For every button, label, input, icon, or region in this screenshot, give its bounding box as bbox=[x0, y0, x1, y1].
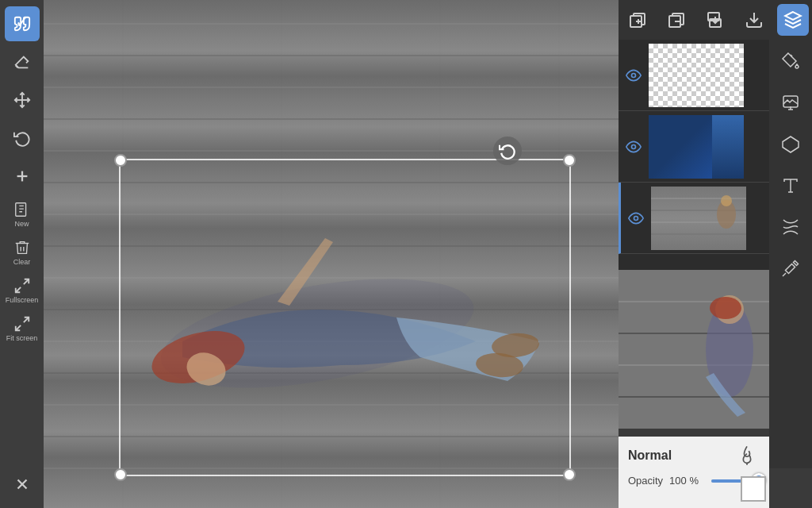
blend-mode-row: Normal bbox=[628, 443, 760, 468]
eraser-tool[interactable] bbox=[5, 44, 40, 79]
layers-button[interactable] bbox=[777, 4, 809, 36]
close-tool[interactable] bbox=[5, 467, 40, 502]
shape-button[interactable] bbox=[775, 129, 806, 160]
color-swatch[interactable] bbox=[741, 476, 766, 502]
layers-panel bbox=[619, 40, 769, 270]
layer-2-thumbnail bbox=[649, 115, 744, 179]
layer-3-eye[interactable] bbox=[624, 183, 648, 254]
svg-line-5 bbox=[23, 279, 28, 284]
layer-1-thumbnail bbox=[649, 44, 744, 107]
move-tool[interactable] bbox=[5, 83, 40, 117]
checkmark-button[interactable]: ✓ bbox=[6, 6, 38, 38]
layer-item-1[interactable] bbox=[619, 40, 769, 111]
checkmark-icon: ✓ bbox=[15, 12, 29, 33]
svg-rect-4 bbox=[15, 203, 25, 217]
fitscreen-label: Fit screen bbox=[6, 334, 38, 342]
canvas-area bbox=[44, 0, 619, 508]
add-layer-button[interactable] bbox=[622, 4, 653, 36]
right-side-buttons bbox=[769, 40, 812, 468]
remove-layer-button[interactable] bbox=[661, 4, 692, 36]
svg-point-46 bbox=[632, 144, 636, 148]
blend-mode-button[interactable] bbox=[734, 443, 760, 468]
layer-1-eye[interactable] bbox=[622, 40, 645, 111]
undo-button[interactable] bbox=[5, 121, 40, 156]
eyedropper-button[interactable] bbox=[775, 252, 806, 284]
svg-line-6 bbox=[15, 287, 20, 292]
opacity-value: 100 % bbox=[669, 475, 699, 487]
fullscreen-tool[interactable]: Fullscreen bbox=[5, 273, 40, 308]
layer-item-3[interactable] bbox=[619, 183, 769, 254]
handle-top-right[interactable] bbox=[563, 154, 576, 167]
add-button[interactable] bbox=[5, 159, 40, 194]
rotate-handle[interactable] bbox=[493, 137, 522, 165]
handle-bottom-left[interactable] bbox=[114, 468, 127, 481]
blend-mode-label: Normal bbox=[628, 448, 672, 463]
layer-item-2[interactable] bbox=[619, 111, 769, 183]
opacity-label: Opacity bbox=[628, 475, 663, 487]
svg-line-7 bbox=[23, 318, 28, 322]
layer-2-eye[interactable] bbox=[622, 111, 645, 183]
clear-tool[interactable]: Clear bbox=[5, 235, 40, 270]
handle-top-left[interactable] bbox=[114, 154, 127, 167]
svg-marker-44 bbox=[785, 12, 801, 20]
fitscreen-tool[interactable]: Fit screen bbox=[5, 311, 40, 346]
text-button[interactable] bbox=[775, 170, 806, 202]
fullscreen-label: Fullscreen bbox=[6, 296, 39, 304]
svg-point-53 bbox=[721, 195, 732, 206]
download-button[interactable] bbox=[738, 4, 770, 36]
clear-label: Clear bbox=[13, 258, 31, 266]
svg-point-47 bbox=[634, 216, 638, 220]
selection-box[interactable] bbox=[119, 159, 571, 476]
svg-point-45 bbox=[632, 73, 636, 77]
image-add-button[interactable] bbox=[775, 87, 806, 119]
svg-point-61 bbox=[710, 297, 741, 319]
new-tool[interactable]: New bbox=[5, 197, 40, 232]
curve-button[interactable] bbox=[775, 211, 806, 243]
left-toolbar: New Clear Fullscreen Fit screen bbox=[0, 0, 44, 508]
merge-layer-button[interactable] bbox=[699, 4, 731, 36]
new-label: New bbox=[14, 220, 29, 228]
preview-area bbox=[619, 270, 769, 429]
layer-3-thumbnail bbox=[651, 187, 746, 250]
handle-bottom-right[interactable] bbox=[563, 468, 576, 481]
svg-line-8 bbox=[15, 325, 20, 330]
top-toolbar bbox=[619, 0, 812, 40]
paint-bucket-button[interactable] bbox=[775, 46, 806, 78]
svg-marker-65 bbox=[783, 137, 799, 152]
